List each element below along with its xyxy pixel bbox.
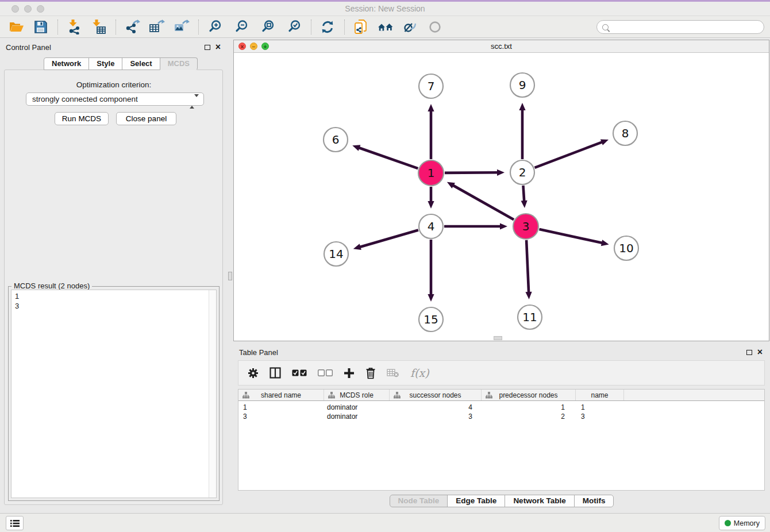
- search-input[interactable]: [596, 20, 764, 34]
- graph-node-label: 8: [622, 126, 629, 140]
- window-zoom-button[interactable]: [37, 5, 44, 13]
- vertical-splitter[interactable]: [228, 40, 233, 507]
- task-history-button[interactable]: [6, 516, 24, 530]
- graph-edge-3-1[interactable]: [452, 185, 514, 220]
- show-details-icon[interactable]: [426, 19, 444, 35]
- add-icon[interactable]: [344, 368, 355, 379]
- graph-node-label: 3: [522, 219, 530, 233]
- control-panel: Control Panel × Network Style Select MCD…: [0, 40, 228, 507]
- run-mcds-button[interactable]: Run MCDS: [55, 112, 109, 125]
- graph-edge-arrowhead: [500, 223, 507, 229]
- graph-edge-3-10[interactable]: [539, 229, 603, 243]
- mcds-result-title: MCDS result (2 nodes): [11, 282, 92, 290]
- control-panel-title: Control Panel: [6, 43, 51, 52]
- table-panel: Table Panel ×: [233, 345, 769, 515]
- network-minimize-button[interactable]: −: [250, 43, 257, 50]
- main-toolbar: [0, 16, 770, 38]
- tab-edge-table[interactable]: Edge Table: [447, 495, 505, 507]
- tab-motifs[interactable]: Motifs: [574, 495, 614, 507]
- gear-icon[interactable]: [248, 368, 259, 379]
- export-image-icon[interactable]: [172, 19, 191, 35]
- graph-edge-4-14[interactable]: [359, 230, 418, 247]
- close-panel-button[interactable]: Close panel: [116, 112, 176, 125]
- table-header-row: shared name MCDS role successor nodes pr…: [238, 390, 764, 401]
- delete-table-icon: [387, 368, 399, 377]
- close-panel-icon[interactable]: ×: [215, 41, 221, 53]
- column-header-mcds-role[interactable]: MCDS role: [324, 390, 390, 400]
- tab-network[interactable]: Network: [44, 57, 89, 70]
- graph-edge-3-11[interactable]: [526, 240, 529, 294]
- graph-edge-2-3[interactable]: [523, 186, 524, 202]
- selected-option: strongly connected component: [32, 95, 138, 103]
- tab-select[interactable]: Select: [122, 57, 160, 70]
- select-all-icon[interactable]: [292, 369, 307, 376]
- float-panel-icon[interactable]: [746, 350, 752, 355]
- graph-edge-arrowhead: [352, 145, 360, 151]
- network-close-button[interactable]: ×: [238, 43, 246, 50]
- result-scrollbar[interactable]: [209, 290, 216, 498]
- hide-details-icon[interactable]: [401, 19, 419, 35]
- graph-node-label: 6: [332, 133, 340, 147]
- zoom-out-icon[interactable]: [232, 19, 251, 35]
- window-title: Session: New Session: [0, 2, 770, 16]
- graph-edge-1-2[interactable]: [445, 172, 499, 173]
- network-window-title: scc.txt: [234, 40, 769, 52]
- zoom-in-icon[interactable]: [206, 19, 224, 35]
- delete-icon[interactable]: [365, 367, 376, 379]
- open-folder-icon[interactable]: [7, 19, 25, 35]
- column-header-shared-name[interactable]: shared name: [238, 390, 324, 400]
- select-stepper-icon: [190, 95, 199, 107]
- graph-edge-2-8[interactable]: [535, 142, 603, 168]
- float-panel-icon[interactable]: [205, 45, 210, 50]
- import-table-icon[interactable]: [90, 19, 108, 35]
- column-header-predecessor-nodes[interactable]: predecessor nodes: [482, 390, 576, 400]
- optimization-criterion-label: Optimization criterion:: [0, 80, 228, 89]
- table-toolbar: f(x): [238, 360, 765, 385]
- table-row[interactable]: 1 dominator 4 1 1: [238, 403, 764, 412]
- tab-node-table[interactable]: Node Table: [390, 495, 448, 507]
- mcds-result-group: MCDS result (2 nodes) 1 3: [8, 286, 220, 501]
- optimization-criterion-select[interactable]: strongly connected component: [26, 92, 204, 106]
- first-neighbors-icon[interactable]: [376, 19, 395, 35]
- export-table-icon[interactable]: [148, 19, 166, 35]
- export-network-icon[interactable]: [123, 19, 141, 35]
- graph-edge-1-6[interactable]: [358, 148, 418, 169]
- toolbar-separator: [116, 20, 116, 34]
- graph-node-label: 10: [619, 241, 633, 255]
- window-minimize-button[interactable]: [24, 5, 32, 13]
- network-resize-handle[interactable]: [494, 336, 502, 340]
- close-panel-icon[interactable]: ×: [757, 346, 763, 358]
- graph-edge-arrowhead: [428, 201, 434, 209]
- graph-edge-arrowhead: [353, 244, 361, 250]
- toolbar-separator: [198, 20, 199, 34]
- search-icon: [602, 24, 609, 30]
- network-view-window: × − + scc.txt 7968124314101511: [233, 40, 769, 341]
- table-row[interactable]: 3 dominator 3 2 3: [238, 412, 764, 421]
- zoom-fit-icon[interactable]: [259, 19, 277, 35]
- column-header-successor-nodes[interactable]: successor nodes: [390, 390, 482, 400]
- tab-style[interactable]: Style: [88, 57, 122, 70]
- memory-button[interactable]: Memory: [719, 516, 765, 530]
- network-maximize-button[interactable]: +: [261, 43, 269, 50]
- deselect-all-icon[interactable]: [318, 369, 333, 376]
- save-icon[interactable]: [32, 19, 50, 35]
- tab-mcds[interactable]: MCDS: [160, 57, 198, 70]
- graph-node-label: 2: [519, 165, 526, 179]
- refresh-icon[interactable]: [318, 19, 337, 35]
- column-header-name[interactable]: name: [576, 390, 624, 400]
- window-close-button[interactable]: [11, 5, 19, 13]
- import-network-icon[interactable]: [65, 19, 83, 35]
- zoom-selected-icon[interactable]: [285, 19, 303, 35]
- network-graph-canvas[interactable]: 7968124314101511: [234, 53, 769, 341]
- columns-icon[interactable]: [270, 367, 281, 379]
- graph-edge-arrowhead: [428, 294, 434, 302]
- graph-edge-arrowhead: [497, 169, 505, 176]
- title-bar: Session: New Session: [0, 2, 770, 16]
- mcds-result-text[interactable]: 1 3: [11, 290, 217, 498]
- table-panel-header: Table Panel ×: [233, 345, 769, 360]
- control-panel-header: Control Panel ×: [0, 40, 228, 55]
- tab-network-table[interactable]: Network Table: [505, 495, 574, 507]
- control-panel-tabs: Network Style Select MCDS: [44, 57, 197, 70]
- duplicate-network-icon[interactable]: [352, 19, 370, 35]
- splitter-handle[interactable]: [228, 272, 232, 280]
